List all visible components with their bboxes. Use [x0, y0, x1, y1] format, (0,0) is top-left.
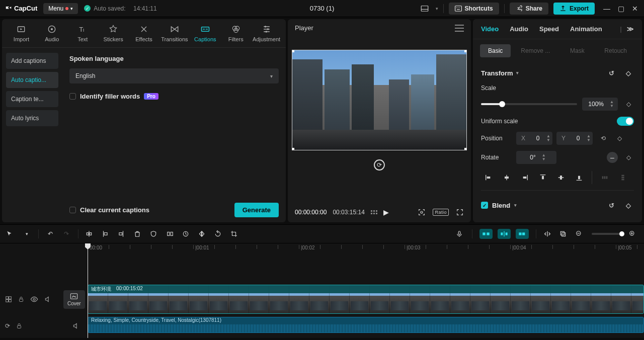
position-y-input[interactable]: Y0▲▼: [556, 132, 593, 145]
zoom-slider[interactable]: [592, 233, 622, 235]
tab-transitions[interactable]: Transitions: [159, 22, 190, 47]
identify-filler-checkbox[interactable]: [69, 93, 76, 100]
mute-icon[interactable]: [44, 296, 51, 303]
maximize-button[interactable]: ▢: [617, 5, 625, 13]
tab-effects[interactable]: Effects: [129, 22, 159, 47]
keyframe-icon[interactable]: ◇: [623, 200, 634, 211]
delete-icon[interactable]: [134, 230, 143, 238]
lock-icon[interactable]: [18, 296, 24, 303]
trim-right-icon[interactable]: [118, 230, 127, 238]
shortcuts-button[interactable]: Shortcuts: [449, 3, 499, 15]
chevron-down-icon[interactable]: ▾: [514, 203, 517, 208]
reverse-icon[interactable]: [182, 230, 191, 237]
mute-icon[interactable]: [72, 322, 79, 329]
playhead[interactable]: [88, 243, 88, 338]
tab-animation-props[interactable]: Animation: [570, 25, 602, 33]
magnet-main-icon[interactable]: [479, 229, 493, 239]
align-bottom-icon[interactable]: [572, 171, 587, 184]
grid-icon[interactable]: [5, 296, 12, 303]
resize-handle-tr[interactable]: [464, 50, 467, 52]
align-right-icon[interactable]: [517, 171, 532, 184]
link-icon[interactable]: ⟲: [598, 133, 609, 144]
magnet-center-icon[interactable]: [498, 229, 511, 239]
menu-button[interactable]: Menu▾: [43, 3, 78, 14]
lock-icon[interactable]: [16, 322, 22, 329]
subtab-mask[interactable]: Mask: [562, 44, 593, 57]
player-menu-icon[interactable]: [455, 25, 464, 32]
close-button[interactable]: ✕: [631, 5, 639, 13]
scale-value-input[interactable]: 100%▲▼: [582, 98, 618, 111]
tab-audio-props[interactable]: Audio: [510, 25, 528, 33]
pointer-tool-icon[interactable]: [6, 230, 15, 237]
align-top-icon[interactable]: [535, 171, 550, 184]
keyframe-icon[interactable]: ◇: [623, 99, 634, 110]
subtab-retouch[interactable]: Retouch: [596, 44, 635, 57]
tab-text[interactable]: TIText: [67, 22, 98, 47]
undo-icon[interactable]: ↶: [46, 230, 55, 237]
frame-icon[interactable]: [166, 230, 175, 237]
video-clip[interactable]: 城市环境00:00:15:02: [88, 285, 644, 314]
share-button[interactable]: Share: [510, 3, 548, 15]
trim-left-icon[interactable]: [102, 230, 111, 238]
tab-video-props[interactable]: Video: [481, 25, 499, 33]
crop-icon[interactable]: [230, 230, 239, 237]
zoom-out-icon[interactable]: [576, 230, 585, 237]
rotate-tool-icon[interactable]: [214, 230, 223, 237]
zoom-in-icon[interactable]: [629, 230, 638, 237]
layout-icon[interactable]: [419, 3, 431, 15]
tab-captions[interactable]: Captions: [190, 22, 220, 47]
language-select[interactable]: English▾: [69, 68, 279, 83]
sidebar-item-add-captions[interactable]: Add captions: [6, 53, 58, 69]
tab-adjustment[interactable]: Adjustment: [251, 22, 282, 47]
eye-icon[interactable]: [30, 296, 38, 302]
sidebar-item-auto-lyrics[interactable]: Auto lyrics: [6, 110, 58, 126]
align-v-center-icon[interactable]: [553, 171, 569, 184]
fullscreen-icon[interactable]: [456, 208, 464, 216]
reset-icon[interactable]: ↺: [606, 200, 617, 211]
resize-handle-bl[interactable]: [292, 148, 294, 150]
tab-audio[interactable]: Audio: [37, 22, 67, 47]
magnet-link-icon[interactable]: [516, 229, 529, 239]
mirror-icon[interactable]: [198, 230, 207, 237]
keyframe-icon[interactable]: ◇: [623, 152, 634, 163]
tab-import[interactable]: Import: [6, 22, 37, 47]
play-button[interactable]: ▶: [383, 208, 389, 216]
minimize-button[interactable]: —: [603, 5, 611, 13]
align-left-icon[interactable]: [481, 171, 496, 184]
rotate-handle-icon[interactable]: ⟳: [374, 159, 385, 171]
video-preview[interactable]: [292, 50, 467, 150]
uniform-scale-toggle[interactable]: [617, 117, 634, 126]
keyframe-icon[interactable]: ◇: [623, 67, 634, 78]
shield-icon[interactable]: [150, 230, 159, 238]
columns-icon[interactable]: [371, 210, 377, 214]
keyframe-icon[interactable]: ◇: [614, 133, 625, 144]
sidebar-item-auto-captions[interactable]: Auto captio...: [6, 72, 58, 88]
tab-speed-props[interactable]: Speed: [539, 25, 559, 33]
split-icon[interactable]: [86, 230, 95, 238]
mic-icon[interactable]: [456, 230, 465, 238]
scan-icon[interactable]: [418, 208, 426, 216]
chevron-down-icon[interactable]: ▾: [516, 70, 519, 75]
blend-checkbox[interactable]: ✓: [481, 202, 488, 209]
scale-slider[interactable]: [481, 103, 577, 105]
resize-handle-tl[interactable]: [292, 50, 294, 52]
position-x-input[interactable]: X0▲▼: [516, 132, 552, 145]
stack-icon[interactable]: [559, 230, 569, 237]
subtab-remove[interactable]: Remove ...: [513, 44, 558, 57]
audio-clip[interactable]: Relaxing, Simple, Countryside, Travel, N…: [88, 317, 644, 333]
generate-button[interactable]: Generate: [234, 203, 279, 217]
pointer-dropdown-icon[interactable]: ▾: [22, 231, 31, 236]
rotate-input[interactable]: 0°▲▼: [516, 151, 556, 164]
loop-icon[interactable]: ⟳: [5, 322, 10, 329]
subtab-basic[interactable]: Basic: [480, 44, 511, 57]
more-tabs-icon[interactable]: ≫: [627, 25, 634, 33]
timeline-ruler[interactable]: 00:00 |00:01 |00:02 |00:03 |00:04 |00:05: [85, 243, 644, 254]
cover-button[interactable]: Cover: [63, 290, 85, 309]
mirror-button[interactable]: –: [607, 152, 618, 163]
tab-stickers[interactable]: Stickers: [98, 22, 129, 47]
clear-captions-checkbox[interactable]: [69, 207, 76, 213]
resize-handle-br[interactable]: [464, 148, 467, 150]
sidebar-item-caption-templates[interactable]: Caption te...: [6, 91, 58, 107]
reset-icon[interactable]: ↺: [606, 67, 617, 78]
export-button[interactable]: Export: [553, 3, 595, 15]
